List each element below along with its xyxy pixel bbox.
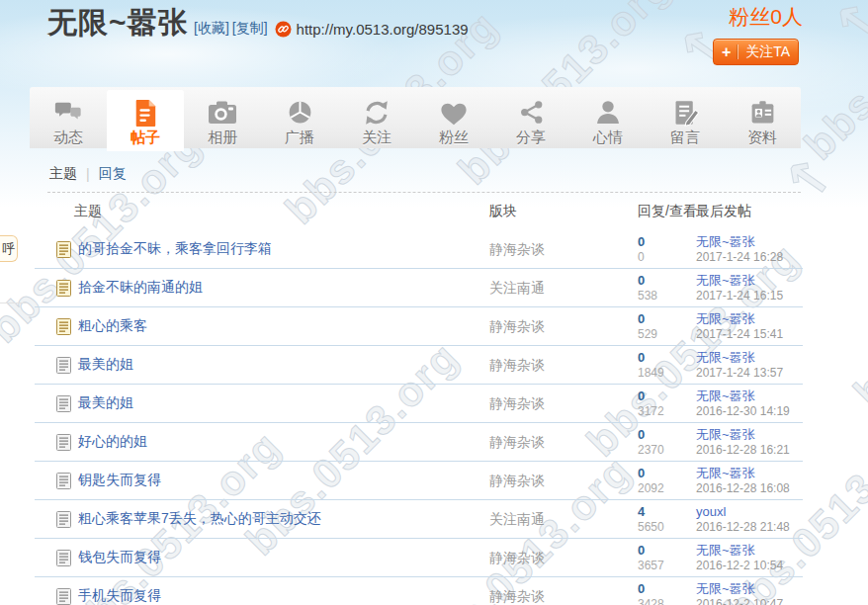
forum-link[interactable]: 关注南通 (489, 511, 545, 527)
last-post-time: 2016-12-30 14:19 (696, 404, 803, 419)
reply-count: 0 (638, 466, 696, 481)
share-nodes-icon (517, 96, 546, 129)
doc-gray-icon (56, 434, 71, 451)
forum-link[interactable]: 静海杂谈 (489, 550, 545, 565)
follow-button[interactable]: + 关注TA (713, 39, 799, 65)
profile-meta: [收藏] [复制] http://my.0513.org/895139 (194, 20, 469, 38)
topic-row: 拾金不昧的南通的姐 关注南通 0 538 无限~嚣张 2017-1-24 16:… (35, 269, 803, 307)
last-poster-link[interactable]: 无限~嚣张 (696, 311, 803, 327)
tab-albums[interactable]: 相册 (184, 87, 261, 148)
topic-link[interactable]: 最美的姐 (78, 394, 133, 412)
topic-link[interactable]: 粗心乘客苹果7丢失，热心的哥主动交还 (78, 510, 321, 528)
id-card-icon (748, 96, 777, 129)
favorite-link[interactable]: [收藏] (194, 20, 229, 38)
topic-row: 的哥拾金不昧，乘客拿回行李箱 静海杂谈 0 0 无限~嚣张 2017-1-24 … (35, 230, 803, 269)
topic-link[interactable]: 粗心的乘客 (78, 317, 147, 335)
camera-icon (207, 96, 238, 129)
view-count: 3172 (638, 404, 696, 419)
forum-link[interactable]: 静海杂谈 (489, 588, 545, 604)
tab-posts[interactable]: 帖子 (107, 90, 184, 151)
view-count: 0 (638, 250, 696, 265)
doc-gray-icon (56, 357, 71, 374)
tab-following[interactable]: 关注 (338, 87, 415, 148)
reply-count: 0 (638, 311, 696, 327)
document-orange-icon (132, 96, 158, 129)
topic-row: 最美的姐 静海杂谈 0 1849 无限~嚣张 2017-1-24 13:57 (35, 346, 803, 385)
last-poster-link[interactable]: youxl (696, 504, 803, 520)
tab-label-share: 分享 (516, 129, 546, 147)
last-poster-link[interactable]: 无限~嚣张 (696, 350, 803, 366)
forum-link[interactable]: 静海杂谈 (489, 395, 545, 411)
doc-gold-icon (56, 280, 71, 297)
view-count: 538 (638, 289, 696, 303)
tab-broadcast[interactable]: 广播 (261, 87, 338, 148)
tab-bar: 动态 帖子 相册 广播 关注 粉丝 分享 心情 留言 资料 (30, 87, 801, 148)
reply-count: 0 (638, 389, 696, 404)
topic-link[interactable]: 钥匙失而复得 (78, 472, 161, 489)
fans-count: 粉丝0人 (729, 3, 803, 31)
last-post-time: 2016-12-2 10:54 (696, 559, 803, 573)
last-poster-link[interactable]: 无限~嚣张 (696, 389, 803, 404)
topic-link[interactable]: 拾金不昧的南通的姐 (78, 279, 203, 297)
tab-mood[interactable]: 心情 (569, 87, 647, 148)
tab-label-albums: 相册 (208, 129, 237, 147)
doc-gray-icon (56, 511, 71, 528)
refresh-arrows-icon (362, 96, 391, 129)
tab-profile[interactable]: 资料 (724, 87, 801, 148)
topic-table: 主题 版块 回复/查看 最后发帖 的哥拾金不昧，乘客拿回行李箱 静海杂谈 0 0… (35, 193, 803, 605)
call-side-widget[interactable]: 呼 (0, 235, 18, 262)
forum-link[interactable]: 静海杂谈 (489, 473, 545, 488)
side-panel-divider (0, 302, 27, 303)
profile-username: 无限~嚣张 (47, 3, 189, 43)
forum-link[interactable]: 静海杂谈 (489, 357, 545, 373)
last-poster-link[interactable]: 无限~嚣张 (696, 273, 803, 289)
topic-link[interactable]: 的哥拾金不昧，乘客拿回行李箱 (78, 240, 272, 258)
view-count: 5650 (638, 520, 696, 535)
topic-link[interactable]: 最美的姐 (78, 356, 133, 374)
column-header-replies-views: 回复/查看 (638, 203, 696, 220)
last-poster-link[interactable]: 无限~嚣张 (696, 543, 803, 559)
forum-link[interactable]: 关注南通 (489, 280, 545, 296)
reply-count: 0 (638, 234, 696, 250)
plus-icon: + (722, 44, 731, 60)
topic-row: 粗心的乘客 静海杂谈 0 529 无限~嚣张 2017-1-24 15:41 (35, 307, 803, 346)
last-post-time: 2016-12-28 16:08 (696, 481, 803, 496)
column-header-topic: 主题 (35, 203, 489, 220)
tab-share[interactable]: 分享 (492, 87, 569, 148)
reply-count: 0 (638, 350, 696, 366)
last-poster-link[interactable]: 无限~嚣张 (696, 466, 803, 481)
tab-label-following: 关注 (362, 129, 391, 147)
topic-link[interactable]: 钱包失而复得 (78, 549, 161, 566)
last-poster-link[interactable]: 无限~嚣张 (696, 234, 803, 250)
tab-messages[interactable]: 留言 (647, 87, 724, 148)
column-header-last-post: 最后发帖 (696, 203, 803, 220)
tab-label-fans: 粉丝 (439, 129, 469, 147)
person-icon (594, 96, 622, 129)
subnav-topics[interactable]: 主题 (49, 165, 77, 183)
tab-label-posts: 帖子 (130, 129, 160, 147)
forum-link[interactable]: 静海杂谈 (489, 434, 545, 450)
view-count: 529 (638, 327, 696, 342)
subnav-replies[interactable]: 回复 (99, 165, 127, 183)
copy-link[interactable]: [复制] (232, 20, 268, 38)
tab-dynamics[interactable]: 动态 (30, 87, 107, 148)
table-header-row: 主题 版块 回复/查看 最后发帖 (35, 193, 803, 230)
reply-count: 0 (638, 273, 696, 289)
tab-fans[interactable]: 粉丝 (415, 87, 492, 148)
profile-url: http://my.0513.org/895139 (297, 21, 469, 38)
doc-gray-icon (56, 550, 71, 566)
doc-gold-icon (56, 241, 71, 258)
last-poster-link[interactable]: 无限~嚣张 (696, 581, 803, 597)
view-count: 1849 (638, 366, 696, 381)
last-post-time: 2016-12-2 10:47 (696, 597, 803, 605)
chain-link-icon (275, 21, 292, 38)
forum-link[interactable]: 静海杂谈 (489, 318, 545, 334)
topic-link[interactable]: 好心的的姐 (78, 433, 147, 451)
button-divider (738, 44, 738, 59)
topic-link[interactable]: 手机失而复得 (78, 587, 161, 605)
last-poster-link[interactable]: 无限~嚣张 (696, 427, 803, 443)
follow-button-label: 关注TA (745, 43, 790, 61)
reply-count: 0 (638, 427, 696, 443)
forum-link[interactable]: 静海杂谈 (489, 241, 545, 257)
tab-label-messages: 留言 (670, 129, 700, 147)
